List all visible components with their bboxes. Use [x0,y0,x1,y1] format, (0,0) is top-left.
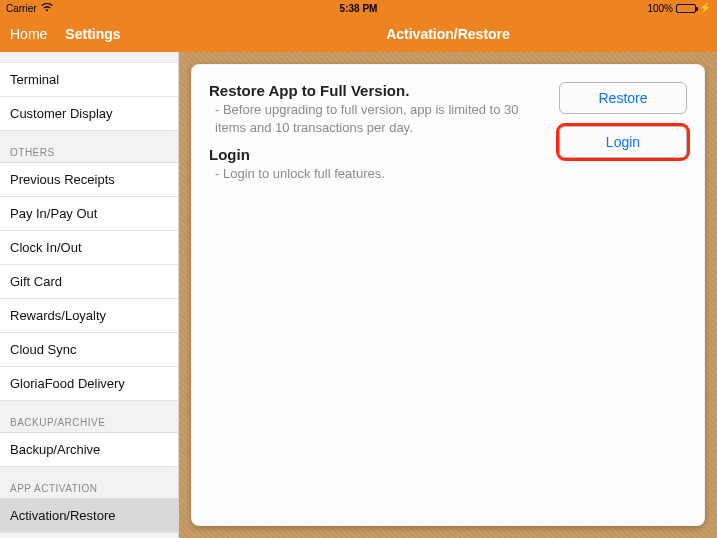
sidebar-item-gloriafood[interactable]: GloriaFood Delivery [0,367,178,401]
sidebar-item-activation-restore[interactable]: Activation/Restore [0,499,178,533]
sidebar-item-backup-archive[interactable]: Backup/Archive [0,433,178,467]
sidebar-item-cloud-sync[interactable]: Cloud Sync [0,333,178,367]
restore-button[interactable]: Restore [559,82,687,114]
status-left: Carrier [6,3,53,14]
restore-subtext: - Before upgrading to full version, app … [209,101,547,136]
status-bar: Carrier 5:38 PM 100% ⚡ [0,0,717,16]
sidebar-item-previous-receipts[interactable]: Previous Receipts [0,163,178,197]
status-right: 100% ⚡ [647,3,711,14]
wifi-icon [41,3,53,14]
battery-percent: 100% [647,3,673,14]
charging-icon: ⚡ [699,3,711,13]
login-subtext: - Login to unlock full features. [209,165,547,183]
sidebar[interactable]: Terminal Customer Display OTHERS Previou… [0,52,179,538]
nav-title-main: Activation/Restore [179,16,717,52]
nav-title-left: Settings [65,26,120,42]
sidebar-item-gift-card[interactable]: Gift Card [0,265,178,299]
nav-left: Home Settings [0,16,179,52]
nav-bar: Home Settings Activation/Restore [0,16,717,52]
sidebar-header-activation: APP ACTIVATION [0,467,178,499]
sidebar-header-others: OTHERS [0,131,178,163]
sidebar-item-customer-display[interactable]: Customer Display [0,97,178,131]
carrier-label: Carrier [6,3,37,14]
battery-icon [676,4,696,13]
content-card: Restore App to Full Version. - Before up… [191,64,705,526]
main-area: Restore App to Full Version. - Before up… [179,52,717,538]
sidebar-item-clock-in-out[interactable]: Clock In/Out [0,231,178,265]
sidebar-item-terminal[interactable]: Terminal [0,62,178,97]
sidebar-item-payin-payout[interactable]: Pay In/Pay Out [0,197,178,231]
restore-heading: Restore App to Full Version. [209,82,547,99]
status-time: 5:38 PM [340,3,378,14]
sidebar-header-backup: BACKUP/ARCHIVE [0,401,178,433]
sidebar-item-rewards-loyalty[interactable]: Rewards/Loyalty [0,299,178,333]
back-button[interactable]: Home [10,26,47,42]
login-heading: Login [209,146,547,163]
login-button[interactable]: Login [559,126,687,158]
